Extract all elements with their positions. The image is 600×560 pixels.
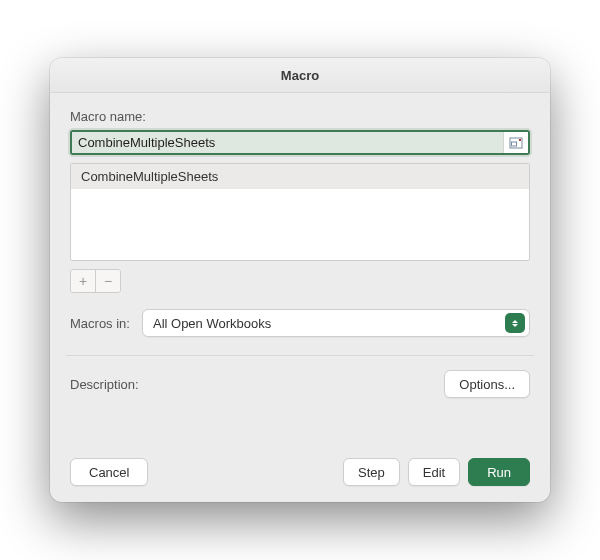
macro-name-input[interactable] <box>72 132 503 153</box>
macros-in-label: Macros in: <box>70 316 130 331</box>
list-item[interactable]: CombineMultipleSheets <box>71 164 529 189</box>
macro-listbox[interactable]: CombineMultipleSheets <box>70 163 530 261</box>
cancel-button[interactable]: Cancel <box>70 458 148 486</box>
step-button[interactable]: Step <box>343 458 400 486</box>
macro-name-label: Macro name: <box>70 109 530 124</box>
macros-in-select[interactable]: All Open Workbooks <box>142 309 530 337</box>
macros-in-value: All Open Workbooks <box>153 316 505 331</box>
updown-caret-icon <box>505 313 525 333</box>
divider <box>66 355 534 356</box>
macro-name-field <box>70 130 530 155</box>
svg-rect-1 <box>512 142 517 146</box>
macros-in-row: Macros in: All Open Workbooks <box>70 309 530 337</box>
titlebar: Macro <box>50 58 550 93</box>
collapse-icon <box>509 137 523 149</box>
options-button[interactable]: Options... <box>444 370 530 398</box>
dialog-footer: Cancel Step Edit Run <box>70 458 530 486</box>
description-label: Description: <box>70 377 139 392</box>
edit-button[interactable]: Edit <box>408 458 460 486</box>
add-macro-button[interactable]: + <box>71 270 95 292</box>
plus-icon: + <box>79 274 87 288</box>
window-title: Macro <box>281 68 319 83</box>
reference-collapse-button[interactable] <box>503 132 528 153</box>
minus-icon: − <box>104 274 112 288</box>
remove-macro-button[interactable]: − <box>95 270 120 292</box>
dialog-content: Macro name: CombineMultipleSheets <box>50 93 550 502</box>
add-remove-group: + − <box>70 269 121 293</box>
description-row: Description: Options... <box>70 370 530 398</box>
macro-dialog: Macro Macro name: CombineMultip <box>50 58 550 502</box>
run-button[interactable]: Run <box>468 458 530 486</box>
